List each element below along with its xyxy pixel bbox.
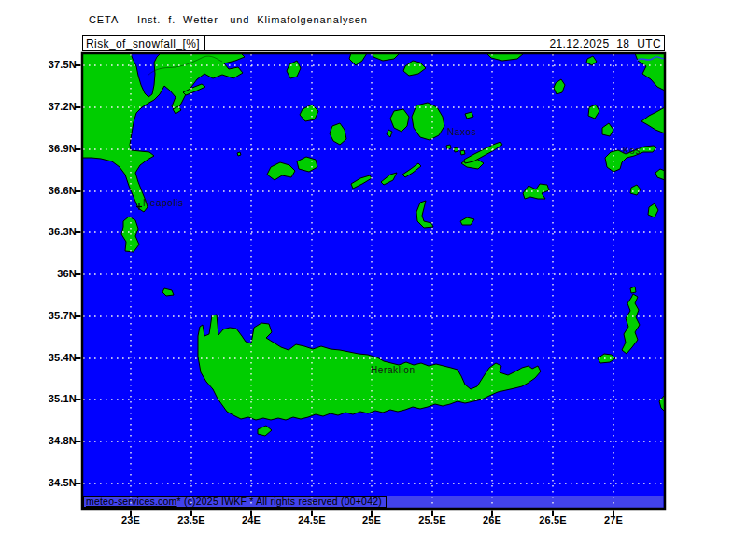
lon-label: 26E [483,514,501,525]
lon-label: 23.5E [177,514,205,525]
lon-label: 26.5E [539,514,567,525]
city-label-neapolis: Neapolis [143,198,184,208]
city-label-heraklion: Heraklion [371,365,416,375]
lon-label: 25.5E [418,514,446,525]
city-label-naxos: Naxos [447,127,476,137]
lon-label: 23E [121,514,140,525]
credits-text: * (c)2025 IWKF * All rights reserved (00… [177,497,382,507]
city-label-kos: Kos [623,146,641,156]
credits-link[interactable]: meteo-services.com [86,497,177,507]
lon-label: 25E [362,514,381,525]
credits-bar: meteo-services.com * (c)2025 IWKF * All … [83,496,387,508]
lon-label: 24E [242,514,261,525]
lon-label: 24.5E [298,514,326,525]
lon-label: 27E [604,514,623,525]
lon-axis-labels: 23E23.5E24E24.5E25E25.5E26E26.5E27E [0,0,747,560]
